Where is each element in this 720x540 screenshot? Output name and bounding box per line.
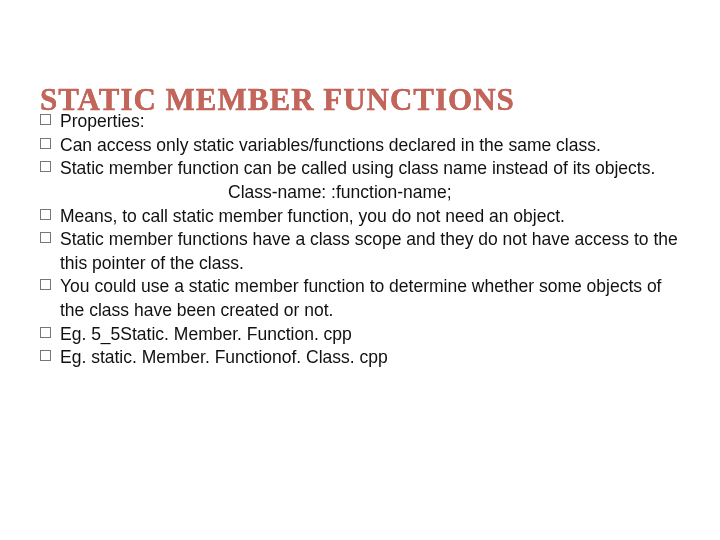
bullet-item: Eg. 5_5Static. Member. Function. cpp [40,323,680,347]
slide: STATIC MEMBER FUNCTIONS Properties: Can … [0,0,720,540]
bullet-text: Eg. static. Member. Functionof. Class. c… [60,347,388,367]
bullet-item: You could use a static member function t… [40,275,680,322]
bullet-item: Can access only static variables/functio… [40,134,680,158]
checkbox-icon [40,209,51,220]
bullet-item: Static member function can be called usi… [40,157,680,204]
bullet-item: Eg. static. Member. Functionof. Class. c… [40,346,680,370]
checkbox-icon [40,279,51,290]
bullet-text: Static member functions have a class sco… [60,229,678,273]
checkbox-icon [40,350,51,361]
bullet-item: Static member functions have a class sco… [40,228,680,275]
checkbox-icon [40,327,51,338]
bullet-text: Eg. 5_5Static. Member. Function. cpp [60,324,352,344]
checkbox-icon [40,114,51,125]
bullet-text: You could use a static member function t… [60,276,662,320]
checkbox-icon [40,232,51,243]
bullet-text: Means, to call static member function, y… [60,206,565,226]
bullet-text: Can access only static variables/functio… [60,135,601,155]
bullet-item: Means, to call static member function, y… [40,205,680,229]
checkbox-icon [40,161,51,172]
bullet-list: Properties: Can access only static varia… [40,110,680,370]
checkbox-icon [40,138,51,149]
bullet-text: Static member function can be called usi… [60,158,655,178]
code-line: Class-name: :function-name; [60,181,680,205]
bullet-item: Properties: [40,110,680,134]
bullet-text: Properties: [60,111,145,131]
